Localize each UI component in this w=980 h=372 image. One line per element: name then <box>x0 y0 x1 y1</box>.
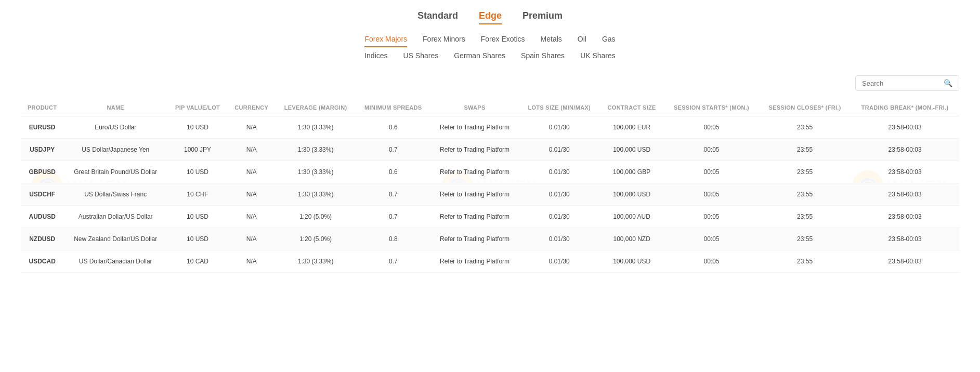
table-row: GBPUSD Great Britain Pound/US Dollar 10 … <box>21 161 959 183</box>
plan-tabs: Standard Edge Premium <box>21 10 959 24</box>
cell-session-starts: 00:05 <box>664 206 759 228</box>
col-leverage: LEVERAGE (MARGIN) <box>276 99 356 116</box>
cell-lots-size: 0.01/30 <box>519 183 599 206</box>
cell-currency: N/A <box>228 250 276 273</box>
cell-lots-size: 0.01/30 <box>519 116 599 139</box>
cell-product: GBPUSD <box>21 161 63 183</box>
cell-trading-break: 23:58-00:03 <box>851 116 959 139</box>
cell-leverage: 1:20 (5.0%) <box>276 228 356 250</box>
cell-lots-size: 0.01/30 <box>519 228 599 250</box>
cell-min-spreads: 0.7 <box>356 183 430 206</box>
cell-session-closes: 23:55 <box>759 206 851 228</box>
cell-session-starts: 00:05 <box>664 250 759 273</box>
plan-tab-edge[interactable]: Edge <box>479 10 502 24</box>
cell-trading-break: 23:58-00:03 <box>851 139 959 161</box>
cell-name: Euro/US Dollar <box>63 116 167 139</box>
cell-pip-value: 10 CHF <box>167 183 228 206</box>
cell-min-spreads: 0.7 <box>356 139 430 161</box>
cell-lots-size: 0.01/30 <box>519 161 599 183</box>
data-table: PRODUCT NAME PIP VALUE/LOT CURRENCY LEVE… <box>21 99 959 273</box>
col-currency: CURRENCY <box>228 99 276 116</box>
cell-pip-value: 1000 JPY <box>167 139 228 161</box>
cell-trading-break: 23:58-00:03 <box>851 161 959 183</box>
cell-leverage: 1:30 (3.33%) <box>276 183 356 206</box>
cell-swaps: Refer to Trading Platform <box>430 250 519 273</box>
cell-contract-size: 100,000 EUR <box>599 116 664 139</box>
cat-forex-minors[interactable]: Forex Minors <box>423 35 465 47</box>
cell-currency: N/A <box>228 139 276 161</box>
col-session-starts: SESSION STARTS* (MON.) <box>664 99 759 116</box>
cell-session-closes: 23:55 <box>759 228 851 250</box>
cell-session-starts: 00:05 <box>664 183 759 206</box>
cat-us-shares[interactable]: US Shares <box>403 51 439 63</box>
table-header: PRODUCT NAME PIP VALUE/LOT CURRENCY LEVE… <box>21 99 959 116</box>
cell-lots-size: 0.01/30 <box>519 250 599 273</box>
cell-contract-size: 100,000 USD <box>599 183 664 206</box>
cat-forex-exotics[interactable]: Forex Exotics <box>481 35 525 47</box>
table-row: AUDUSD Australian Dollar/US Dollar 10 US… <box>21 206 959 228</box>
cell-swaps: Refer to Trading Platform <box>430 161 519 183</box>
cell-session-closes: 23:55 <box>759 116 851 139</box>
col-lots-size: LOTS SIZE (MIN/MAX) <box>519 99 599 116</box>
cat-oil[interactable]: Oil <box>578 35 586 47</box>
cell-session-starts: 00:05 <box>664 139 759 161</box>
cat-indices[interactable]: Indices <box>364 51 387 63</box>
cell-contract-size: 100,000 NZD <box>599 228 664 250</box>
cell-name: US Dollar/Swiss Franc <box>63 183 167 206</box>
cat-metals[interactable]: Metals <box>541 35 562 47</box>
col-trading-break: TRADING BREAK* (MON.-FRI.) <box>851 99 959 116</box>
cat-gas[interactable]: Gas <box>602 35 616 47</box>
cell-swaps: Refer to Trading Platform <box>430 228 519 250</box>
cell-min-spreads: 0.7 <box>356 250 430 273</box>
table-row: USDCAD US Dollar/Canadian Dollar 10 CAD … <box>21 250 959 273</box>
cell-session-starts: 00:05 <box>664 228 759 250</box>
cell-min-spreads: 0.7 <box>356 206 430 228</box>
search-container: 🔍 <box>21 75 959 91</box>
col-swaps: SWAPS <box>430 99 519 116</box>
cell-session-closes: 23:55 <box>759 250 851 273</box>
cell-pip-value: 10 USD <box>167 206 228 228</box>
cell-pip-value: 10 USD <box>167 116 228 139</box>
cell-trading-break: 23:58-00:03 <box>851 206 959 228</box>
cell-product: USDCHF <box>21 183 63 206</box>
cell-session-closes: 23:55 <box>759 139 851 161</box>
cat-uk-shares[interactable]: UK Shares <box>580 51 616 63</box>
plan-tab-premium[interactable]: Premium <box>522 10 563 24</box>
cell-leverage: 1:30 (3.33%) <box>276 250 356 273</box>
cell-currency: N/A <box>228 206 276 228</box>
cell-session-starts: 00:05 <box>664 116 759 139</box>
cat-forex-majors[interactable]: Forex Majors <box>364 35 407 47</box>
cat-spain-shares[interactable]: Spain Shares <box>521 51 565 63</box>
cell-name: Australian Dollar/US Dollar <box>63 206 167 228</box>
cell-leverage: 1:30 (3.33%) <box>276 139 356 161</box>
plan-tab-standard[interactable]: Standard <box>417 10 458 24</box>
category-nav-row1: Forex Majors Forex Minors Forex Exotics … <box>21 35 959 47</box>
col-product: PRODUCT <box>21 99 63 116</box>
cell-product: USDCAD <box>21 250 63 273</box>
cell-currency: N/A <box>228 116 276 139</box>
search-input[interactable] <box>862 79 942 87</box>
cell-contract-size: 100,000 GBP <box>599 161 664 183</box>
cell-pip-value: 10 USD <box>167 161 228 183</box>
cell-swaps: Refer to Trading Platform <box>430 206 519 228</box>
cell-session-closes: 23:55 <box>759 183 851 206</box>
cell-currency: N/A <box>228 183 276 206</box>
cell-min-spreads: 0.8 <box>356 228 430 250</box>
category-nav-row2: Indices US Shares German Shares Spain Sh… <box>21 51 959 63</box>
page-wrapper: Standard Edge Premium Forex Majors Forex… <box>0 0 980 283</box>
cell-swaps: Refer to Trading Platform <box>430 183 519 206</box>
table-row: EURUSD Euro/US Dollar 10 USD N/A 1:30 (3… <box>21 116 959 139</box>
cell-trading-break: 23:58-00:03 <box>851 183 959 206</box>
cell-min-spreads: 0.6 <box>356 161 430 183</box>
cell-leverage: 1:20 (5.0%) <box>276 206 356 228</box>
cell-pip-value: 10 CAD <box>167 250 228 273</box>
cell-contract-size: 100,000 USD <box>599 250 664 273</box>
col-min-spreads: MINIMUM SPREADS <box>356 99 430 116</box>
table-body: EURUSD Euro/US Dollar 10 USD N/A 1:30 (3… <box>21 116 959 273</box>
cell-min-spreads: 0.6 <box>356 116 430 139</box>
col-session-closes: SESSION CLOSES* (FRI.) <box>759 99 851 116</box>
cat-german-shares[interactable]: German Shares <box>454 51 505 63</box>
table-row: NZDUSD New Zealand Dollar/US Dollar 10 U… <box>21 228 959 250</box>
cell-trading-break: 23:58-00:03 <box>851 250 959 273</box>
cell-currency: N/A <box>228 228 276 250</box>
